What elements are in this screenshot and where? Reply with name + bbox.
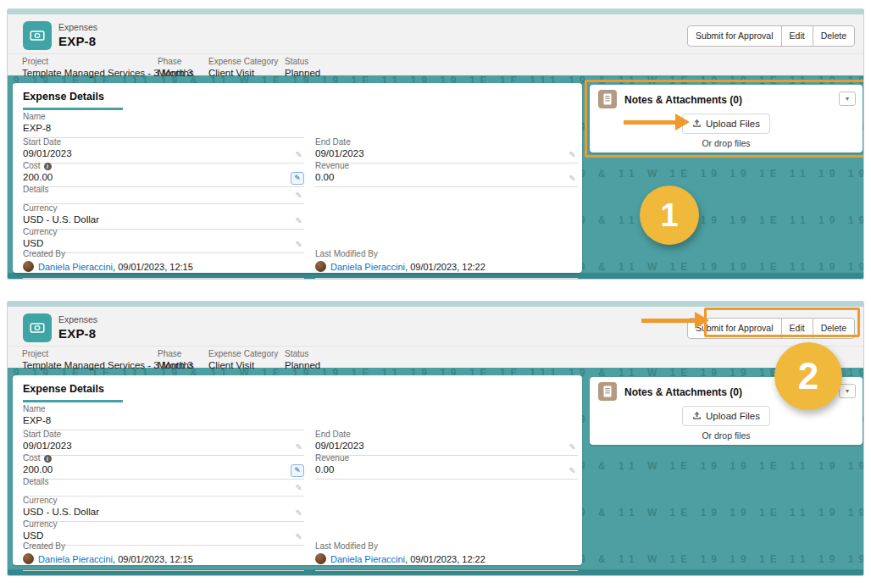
created-datetime: , 09/01/2023, 12:15 (113, 262, 193, 272)
info-icon[interactable]: i (44, 163, 52, 170)
tab-expense-details[interactable]: Expense Details (23, 91, 104, 103)
window-top-strip (8, 302, 863, 307)
edit-pencil-icon[interactable]: ✎ (569, 150, 576, 159)
collapse-card-button[interactable]: ▾ (839, 384, 856, 398)
edit-pencil-icon[interactable]: ✎ (296, 216, 302, 225)
field-label: Phase (158, 57, 193, 66)
edit-pencil-icon[interactable]: ✎ (296, 150, 302, 159)
upload-files-button[interactable]: Upload Files (682, 406, 770, 426)
avatar (23, 553, 34, 564)
upload-files-label: Upload Files (706, 411, 760, 421)
edit-pencil-icon[interactable]: ✎ (569, 466, 576, 475)
edit-pencil-icon[interactable]: ✎ (296, 240, 302, 249)
annotation-highlight-action-buttons (704, 308, 860, 337)
modified-datetime: , 09/01/2023, 12:22 (405, 554, 485, 564)
note-icon (598, 382, 617, 401)
field-value: 200.00 (23, 464, 304, 476)
edit-pencil-icon[interactable]: ✎ (296, 508, 302, 518)
field-label: Costi (23, 161, 304, 170)
field-label: Revenue (315, 453, 578, 463)
created-by-user-link[interactable]: Daniela Pieraccini (38, 262, 113, 272)
created-by-value: Daniela Pieraccini, 09/01/2023, 12:15 (23, 261, 304, 275)
entity-label: Expenses (58, 22, 97, 32)
tab-expense-details[interactable]: Expense Details (23, 383, 104, 395)
field-value: USD (23, 238, 304, 250)
field-label: End Date (315, 137, 578, 147)
entity-label: Expenses (58, 314, 97, 325)
field-value: Month 3 (158, 68, 193, 78)
edit-pencil-icon[interactable]: ✎ (296, 191, 302, 200)
field-revenue: Revenue 0.00 ✎ (315, 453, 578, 480)
field-label: Costi (23, 453, 304, 463)
chevron-down-icon: ▾ (846, 387, 849, 395)
edit-pencil-icon-active[interactable]: ✎ (291, 464, 304, 477)
delete-button[interactable]: Delete (813, 25, 855, 47)
field-value: 0.00 (315, 172, 578, 184)
edit-pencil-icon[interactable]: ✎ (296, 532, 302, 541)
window-top-strip (8, 9, 863, 14)
field-revenue: Revenue 0.00 ✎ (315, 161, 578, 187)
field-label: Start Date (23, 137, 304, 147)
field-start-date: Start Date 09/01/2023 ✎ (23, 430, 304, 456)
modified-datetime: , 09/01/2023, 12:22 (405, 262, 485, 272)
created-by-value: Daniela Pieraccini, 09/01/2023, 12:15 (23, 553, 304, 568)
field-label: Details (23, 477, 304, 486)
field-details: Details ✎ (23, 477, 304, 496)
field-value: 09/01/2023 (315, 148, 578, 160)
field-currency-full: Currency USD - U.S. Dollar ✎ (23, 496, 304, 522)
notes-card-title: Notes & Attachments (0) (624, 386, 742, 398)
highlight-fields-row: Project Template Managed Services - 3 Mo… (8, 346, 863, 373)
info-icon[interactable]: i (44, 455, 52, 463)
field-value: 09/01/2023 (315, 441, 578, 452)
edit-button[interactable]: Edit (781, 25, 813, 47)
screenshot-step-1: Expenses EXP-8 Submit for Approval Edit … (7, 8, 864, 280)
record-action-group: Submit for Approval Edit Delete (687, 25, 855, 47)
field-cost: Costi 200.00 ✎ (23, 161, 304, 187)
field-value: Planned (285, 360, 320, 370)
field-value: USD - U.S. Dollar (23, 507, 304, 519)
annotation-step-1-badge: 1 (640, 186, 699, 245)
field-value: Planned (285, 68, 320, 78)
upload-icon (692, 408, 702, 426)
modified-by-value: Daniela Pieraccini, 09/01/2023, 12:22 (315, 261, 578, 275)
highlight-field-status: Status Planned (285, 57, 320, 78)
field-label: Status (285, 349, 320, 358)
field-name: Name EXP-8 (23, 112, 304, 138)
modified-by-user-link[interactable]: Daniela Pieraccini (330, 262, 405, 272)
created-by-user-link[interactable]: Daniela Pieraccini (38, 554, 113, 564)
field-label: Status (285, 57, 320, 66)
record-meta: Expenses EXP-8 (58, 22, 97, 48)
edit-pencil-icon-active[interactable]: ✎ (291, 172, 304, 185)
edit-pencil-icon[interactable]: ✎ (569, 442, 576, 452)
highlight-field-expense-category: Expense Category Client Visit (208, 349, 278, 370)
edit-pencil-icon[interactable]: ✎ (296, 483, 302, 492)
highlight-field-status: Status Planned (285, 349, 320, 370)
field-end-date: End Date 09/01/2023 ✎ (315, 430, 578, 456)
field-value: 09/01/2023 (23, 441, 304, 452)
field-start-date: Start Date 09/01/2023 ✎ (23, 137, 304, 164)
field-label: Created By (23, 249, 304, 258)
submit-for-approval-button[interactable]: Submit for Approval (687, 25, 782, 47)
field-label: Name (23, 404, 304, 413)
field-label: Name (23, 112, 304, 121)
field-details: Details ✎ (23, 185, 304, 204)
drop-files-hint: Or drop files (590, 430, 863, 441)
edit-pencil-icon[interactable]: ✎ (296, 442, 302, 452)
edit-pencil-icon[interactable]: ✎ (569, 174, 576, 183)
field-value: 0.00 (315, 464, 578, 476)
modified-by-user-link[interactable]: Daniela Pieraccini (330, 554, 405, 564)
field-label: Phase (158, 349, 193, 358)
field-label: Currency (23, 227, 304, 236)
field-label: Currency (23, 496, 304, 505)
field-value: 200.00 (23, 172, 304, 184)
expense-details-card: Expense Details Name EXP-8 Start Date 09… (13, 83, 582, 273)
tutorial-page: Expenses EXP-8 Submit for Approval Edit … (0, 0, 871, 588)
money-icon (28, 319, 47, 337)
field-name: Name EXP-8 (23, 404, 304, 430)
page-title: EXP-8 (58, 34, 97, 48)
tab-active-underline (23, 108, 123, 110)
page-title: EXP-8 (58, 326, 97, 341)
field-label: Expense Category (208, 349, 278, 358)
field-label: Last Modified By (315, 541, 578, 551)
avatar (23, 261, 34, 272)
